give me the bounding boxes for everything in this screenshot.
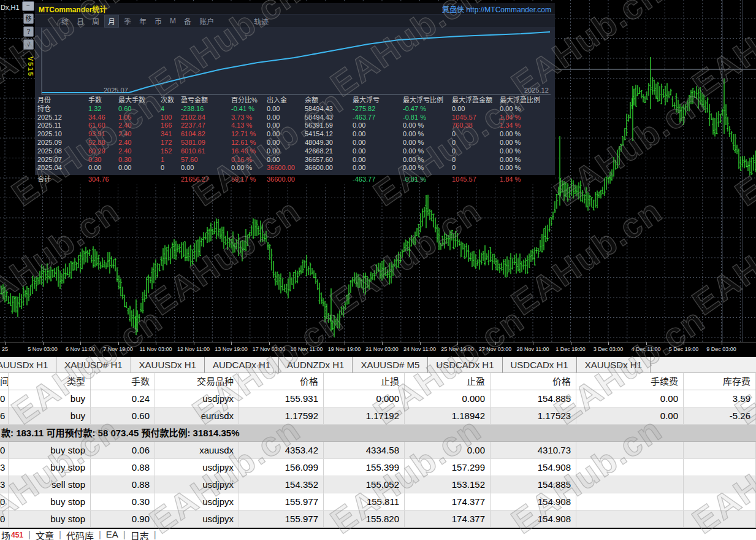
- tab-EA[interactable]: EA: [106, 529, 118, 539]
- order-cell: [684, 493, 756, 510]
- stats-header-row: 月份手数最大手数次数盈亏金额百分比%出入金余额最大浮亏最大浮亏比例最大浮盈金额最…: [37, 96, 552, 105]
- chart-tab-7[interactable]: USDCADx H1: [503, 357, 577, 373]
- stats-cell: 6104.82: [181, 130, 231, 139]
- stats-cell: 0.00 %: [500, 156, 551, 164]
- order-cell: 154.352: [239, 476, 324, 493]
- stats-cell: 48049.30: [305, 139, 353, 147]
- tab-文章[interactable]: 文章: [36, 529, 54, 540]
- pending-order-row[interactable]: 0buy stop0.06xauusdx4353.424334.580.0043…: [0, 442, 756, 459]
- order-cell: 止盈: [405, 373, 491, 390]
- axis-tick: [533, 342, 533, 345]
- order-cell: sell stop: [9, 476, 91, 493]
- stats-header-cell: 次数: [161, 96, 181, 105]
- stats-cell: 2.40: [118, 122, 161, 130]
- pending-order-row[interactable]: 3sell stop0.88usdjpyx154.352155.052153.1…: [0, 476, 756, 493]
- order-cell: 交易品种: [155, 373, 239, 390]
- panel-tab-月[interactable]: 月: [104, 15, 119, 28]
- panel-title: MTCommander统计: [39, 4, 107, 14]
- stats-cell: 93.91: [88, 130, 118, 139]
- axis-label: 3 Dec 03:00: [594, 346, 624, 352]
- tab-日志[interactable]: 日志: [131, 529, 149, 540]
- panel-tab-周[interactable]: 周: [89, 15, 102, 27]
- help-tool-button[interactable]: ?: [23, 26, 34, 37]
- order-cell: 174.377: [405, 511, 491, 527]
- order-cell: 手数: [91, 373, 155, 390]
- chart-tab-0[interactable]: XAUUSDx H1: [0, 357, 56, 373]
- stats-cell: 0.00: [353, 139, 403, 147]
- stats-row: 2025.1093.912.403416104.8212.71 %0.00541…: [37, 130, 552, 139]
- stats-cell: 0.00 %: [500, 105, 551, 114]
- orders-table[interactable]: 间类型手数交易品种价格止损止盈价格手续费库存费0buy0.24usdjpyx15…: [0, 373, 756, 528]
- axis-label: 27 Nov 03:00: [479, 346, 512, 352]
- tab-代码库[interactable]: 代码库: [66, 529, 94, 540]
- panel-titlebar[interactable]: MTCommander统计 复盘侠 http://MTCommander.com: [35, 3, 555, 14]
- stats-cell: 58494.43: [305, 105, 353, 114]
- minimize-button[interactable]: −: [22, 1, 34, 11]
- order-cell: 154.908: [491, 493, 576, 510]
- pending-order-row[interactable]: 3buy stop0.88usdjpyx156.099155.399157.29…: [0, 459, 756, 476]
- stats-cell: 36600.00: [305, 164, 353, 172]
- panel-tab-bar[interactable]: 综日周月季年币M备账户轨迹: [35, 15, 555, 27]
- tab-separator: |: [123, 529, 126, 539]
- order-cell: usdjpyx: [155, 390, 239, 407]
- panel-tab-日[interactable]: 日: [74, 15, 87, 27]
- stats-cell: 0.30: [118, 156, 161, 164]
- panel-brand-link[interactable]: 复盘侠 http://MTCommander.com: [442, 4, 551, 14]
- pending-order-row[interactable]: 0buy stop0.90usdjpyx155.977155.820174.37…: [0, 511, 756, 528]
- chart-tab-4[interactable]: AUDNZDx H1: [279, 357, 353, 373]
- stats-cell: 34.46: [88, 114, 118, 122]
- check-tool-button[interactable]: √: [23, 39, 34, 50]
- tab-square[interactable]: 场: [1, 529, 10, 540]
- bottom-tab-bar[interactable]: 场451|文章|代码库|EA|日志|: [0, 528, 756, 540]
- panel-tab-季[interactable]: 季: [121, 15, 134, 27]
- chart-tab-5[interactable]: XAUUSD# M5: [353, 357, 428, 373]
- order-cell: 155.977: [239, 493, 324, 510]
- order-cell: 0.60: [91, 407, 155, 424]
- panel-tab-综[interactable]: 综: [58, 15, 72, 27]
- order-cell: 154.885: [491, 390, 576, 407]
- order-cell: usdjpyx: [155, 476, 239, 493]
- order-cell: 153.152: [405, 476, 491, 493]
- pending-order-row[interactable]: 0buy stop0.30usdjpyx155.977155.811174.37…: [0, 493, 756, 511]
- time-axis[interactable]: 255 Nov 03:006 Nov 11:007 Nov 19:0011 No…: [0, 342, 756, 357]
- chart-tab-6[interactable]: USDCADx H1: [428, 357, 502, 373]
- axis-label: 19 Nov 19:00: [328, 346, 361, 352]
- stats-cell: 0.00: [181, 164, 231, 172]
- stats-cell: [305, 175, 353, 184]
- panel-tab-M[interactable]: M: [167, 16, 179, 26]
- order-cell: [576, 511, 684, 527]
- chart-tab-3[interactable]: AUDCADx H1: [205, 357, 279, 373]
- stats-cell: 1.05: [118, 114, 161, 122]
- stats-cell: 54154.12: [305, 130, 353, 139]
- order-cell: 0: [0, 442, 9, 458]
- chart-tab-8[interactable]: XAUUSDx H1: [577, 357, 651, 373]
- order-cell: 0.000: [405, 390, 491, 407]
- chart-tab-2[interactable]: XAUUSDx H1: [131, 357, 205, 373]
- axis-tick: [156, 342, 156, 345]
- panel-tab-币[interactable]: 币: [151, 15, 165, 27]
- stats-cell: 2025.12: [37, 114, 88, 122]
- chart-window-tabs[interactable]: XAUUSDx H1XAUUSD# H1XAUUSDx H1AUDCADx H1…: [0, 357, 756, 373]
- position-row[interactable]: 0buy0.24usdjpyx155.9310.0000.000154.8850…: [0, 390, 756, 407]
- move-tool-button[interactable]: 移: [23, 14, 34, 24]
- stats-cell: 172: [161, 139, 181, 147]
- stats-cell: 0.00: [267, 105, 305, 114]
- orders-header-row[interactable]: 间类型手数交易品种价格止损止盈价格手续费库存费: [0, 373, 756, 390]
- mtcommander-panel[interactable]: MTCommander统计 复盘侠 http://MTCommander.com…: [35, 3, 555, 184]
- stats-cell: 100: [161, 114, 181, 122]
- panel-tab-账户[interactable]: 账户: [196, 15, 217, 27]
- panel-tab-备[interactable]: 备: [181, 15, 194, 27]
- chart-tab-1[interactable]: XAUUSD# H1: [56, 357, 131, 373]
- panel-tab-轨迹[interactable]: 轨迹: [251, 15, 272, 27]
- panel-tab-年[interactable]: 年: [136, 15, 150, 27]
- stats-cell: 0.00 %: [500, 147, 551, 156]
- stats-row: 2025.1234.461.051002102.843.73 %0.005849…: [37, 114, 552, 122]
- stats-cell: 0.00: [353, 156, 403, 164]
- axis-tick: [231, 342, 232, 345]
- stats-header-cell: 最大浮盈比例: [500, 96, 551, 105]
- position-row[interactable]: 6buy0.60eurusdx1.175921.171921.189421.17…: [0, 407, 756, 425]
- order-cell: 0.90: [91, 511, 155, 527]
- stats-header-cell: 百分比%: [231, 96, 267, 105]
- stats-cell: 58494.43: [305, 114, 353, 122]
- version-label: V515: [27, 56, 34, 77]
